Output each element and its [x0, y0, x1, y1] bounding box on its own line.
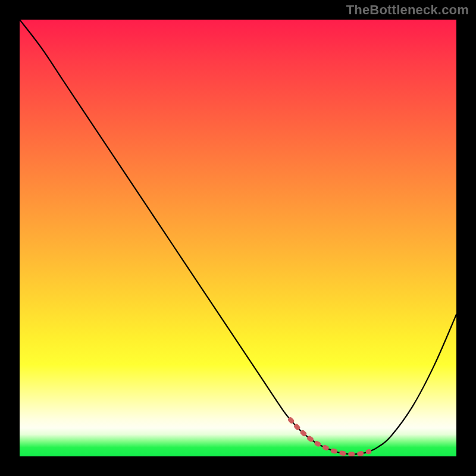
chart-frame: TheBottleneck.com: [0, 0, 476, 476]
dots-layer: [20, 20, 456, 456]
plot-area: [20, 20, 456, 456]
bottom-dots: [290, 419, 369, 454]
watermark-text: TheBottleneck.com: [346, 2, 469, 18]
